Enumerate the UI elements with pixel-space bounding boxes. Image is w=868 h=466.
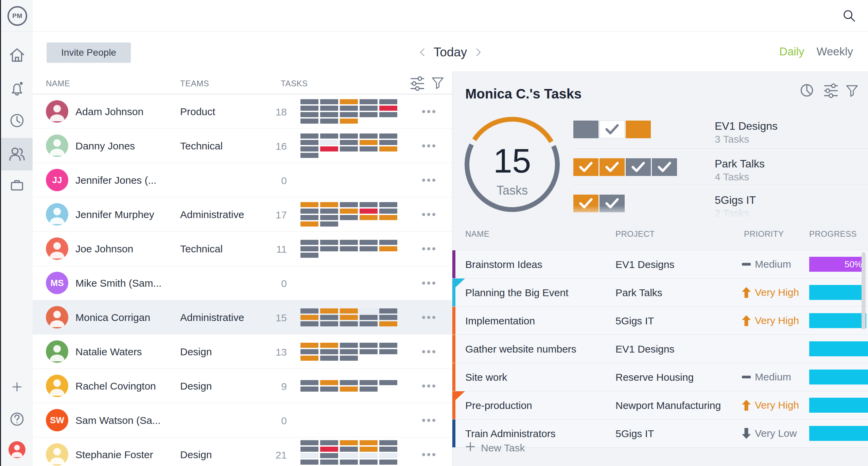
task-check-square [600, 121, 625, 138]
table-body: Adam JohnsonProduct18Danny JonesTechnica… [33, 94, 452, 466]
table-row[interactable]: MSMike Smith (Sam...0 [33, 266, 452, 300]
sidebar-item-briefcase[interactable] [1, 169, 33, 202]
task-cell [360, 308, 378, 313]
task-row[interactable]: Planning the Big EventPark TalksVery Hig… [452, 278, 868, 306]
settings-sliders-icon[interactable] [821, 82, 840, 100]
task-cell [360, 240, 378, 245]
table-row[interactable]: Natalie WatersDesign13 [33, 335, 452, 369]
row-menu-ellipsis-icon[interactable] [422, 144, 435, 147]
row-menu-ellipsis-icon[interactable] [422, 419, 435, 422]
row-menu-ellipsis-icon[interactable] [422, 453, 435, 456]
toggle-daily[interactable]: Daily [779, 45, 804, 58]
user-avatar[interactable] [8, 441, 25, 458]
task-name[interactable]: Site work [465, 372, 507, 383]
toggle-weekly[interactable]: Weekly [816, 45, 853, 58]
member-name[interactable]: Rachel Covington [75, 380, 156, 392]
row-menu-ellipsis-icon[interactable] [422, 316, 435, 319]
avatar [46, 340, 68, 363]
sidebar-item-plus[interactable] [1, 376, 33, 399]
arrow-down-icon [742, 428, 751, 439]
table-row[interactable]: Joe JohnsonTechnical11 [33, 232, 452, 266]
task-cell [379, 99, 397, 104]
help-icon [8, 411, 25, 429]
row-menu-ellipsis-icon[interactable] [422, 247, 435, 250]
avatar [46, 306, 68, 328]
row-menu-ellipsis-icon[interactable] [422, 179, 435, 182]
member-name[interactable]: Jennifer Murphey [75, 209, 154, 220]
chevron-right-icon[interactable] [474, 46, 483, 59]
task-name[interactable]: Gather website numbers [465, 343, 576, 355]
task-name[interactable]: Implementation [465, 315, 535, 327]
table-row[interactable]: Stephanie FosterDesign21 [33, 437, 452, 466]
pie-chart-icon[interactable] [798, 82, 817, 100]
sidebar-item-bell[interactable] [1, 72, 33, 105]
search-icon[interactable] [841, 8, 857, 24]
task-name[interactable]: Train Administrators [465, 428, 556, 440]
row-menu-ellipsis-icon[interactable] [422, 350, 435, 353]
task-row[interactable]: Pre-productionNewport ManufacturingVery … [452, 391, 868, 419]
member-name[interactable]: Sam Watson (Sa... [75, 415, 161, 426]
sidebar: PM [1, 0, 33, 466]
task-name[interactable]: Brainstorm Ideas [465, 259, 542, 270]
table-row[interactable]: JJJennifer Jones (...0 [33, 163, 452, 197]
task-row[interactable]: Site workReserve HousingMedium [452, 363, 868, 391]
member-name[interactable]: Monica Corrigan [75, 312, 150, 323]
task-cell [379, 315, 397, 320]
legend-project-name: EV1 Designs [715, 120, 778, 132]
task-cell [340, 460, 358, 465]
legend-row[interactable]: EV1 Designs3 Tasks [573, 121, 868, 152]
member-name[interactable]: Adam Johnson [75, 106, 143, 118]
sidebar-item-help[interactable] [1, 408, 33, 432]
task-cell [320, 99, 338, 104]
chevron-left-icon[interactable] [418, 46, 427, 59]
scrollbar-thumb[interactable] [862, 252, 866, 329]
task-check-square [652, 158, 677, 176]
task-row[interactable]: Brainstorm IdeasEV1 DesignsMedium50% [452, 250, 868, 278]
table-row[interactable]: Rachel CovingtonDesign9 [33, 369, 452, 403]
task-name[interactable]: Pre-production [465, 400, 532, 411]
task-name[interactable]: Planning the Big Event [465, 287, 569, 299]
legend-task-count: 3 Tasks [715, 133, 749, 145]
member-name[interactable]: Stephanie Foster [75, 449, 153, 461]
sidebar-item-home[interactable] [1, 39, 33, 72]
task-cell [379, 215, 397, 220]
invite-people-button[interactable]: Invite People [47, 42, 131, 63]
member-name[interactable]: Natalie Waters [75, 346, 142, 358]
sidebar-item-people[interactable] [1, 138, 33, 171]
row-menu-ellipsis-icon[interactable] [422, 384, 435, 388]
member-name[interactable]: Mike Smith (Sam... [75, 277, 161, 289]
clock-icon [8, 112, 25, 130]
table-row[interactable]: SWSam Watson (Sa...0 [33, 403, 452, 437]
member-name[interactable]: Joe Johnson [75, 243, 133, 255]
settings-sliders-icon[interactable] [408, 75, 428, 92]
task-cell [320, 202, 338, 207]
filter-icon[interactable] [430, 74, 445, 92]
app-logo[interactable]: PM [7, 6, 27, 26]
task-cell [340, 315, 358, 320]
progress-bar [809, 398, 868, 413]
task-cell [320, 106, 338, 111]
table-row[interactable]: Danny JonesTechnical16 [33, 129, 452, 163]
task-row[interactable]: Gather website numbersEV1 Designs [452, 335, 868, 363]
legend-row[interactable]: 5Gigs IT2 Tasks [573, 195, 868, 226]
row-menu-ellipsis-icon[interactable] [422, 110, 435, 113]
row-menu-ellipsis-icon[interactable] [422, 213, 435, 216]
new-task-button[interactable]: New Task [465, 442, 525, 454]
plus-icon [465, 442, 475, 454]
task-cell [360, 106, 378, 111]
team-members-table: NAME TEAMS TASKS Adam JohnsonProduct18Da… [33, 71, 452, 466]
table-row[interactable]: Jennifer MurpheyAdministrative17 [33, 197, 452, 232]
member-name[interactable]: Danny Jones [75, 140, 135, 152]
table-row[interactable]: Monica CorriganAdministrative15 [33, 300, 452, 335]
table-row[interactable]: Adam JohnsonProduct18 [33, 94, 452, 129]
sidebar-item-clock[interactable] [1, 105, 33, 138]
task-cell [360, 215, 378, 220]
task-row[interactable]: Implementation5Gigs ITVery High [452, 306, 868, 335]
member-name[interactable]: Jennifer Jones (... [75, 175, 156, 186]
row-menu-ellipsis-icon[interactable] [422, 282, 435, 285]
task-cell [320, 453, 338, 458]
task-cell [340, 308, 358, 313]
filter-icon[interactable] [845, 82, 863, 100]
task-cell [300, 321, 318, 326]
avatar [46, 203, 68, 226]
